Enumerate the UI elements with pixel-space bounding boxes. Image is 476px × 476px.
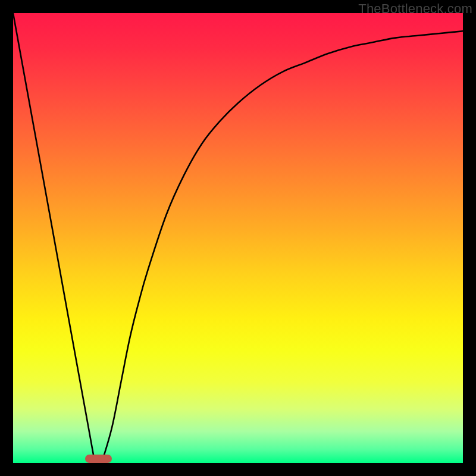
watermark-text: TheBottleneck.com (358, 1, 472, 17)
plot-area (13, 13, 463, 463)
chart-frame: TheBottleneck.com (0, 0, 476, 476)
min-marker (85, 455, 112, 463)
